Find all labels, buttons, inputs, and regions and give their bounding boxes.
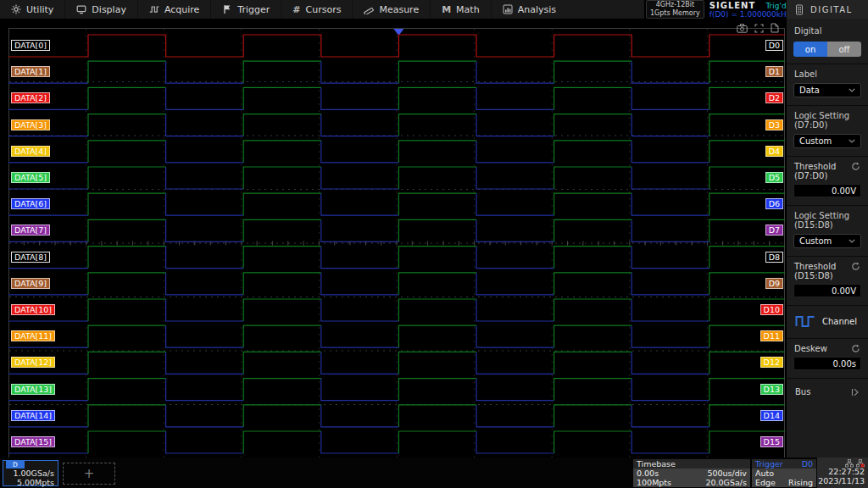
digital-on-off-toggle: on off (793, 42, 861, 57)
channel-button[interactable]: Channel (795, 314, 860, 328)
channel-label[interactable]: DATA[4] (11, 146, 50, 157)
channel-label[interactable]: DATA[7] (11, 225, 50, 236)
deskew-input[interactable]: 0.00s (793, 357, 861, 370)
threshold-d15-input[interactable]: 0.00V (793, 284, 861, 297)
logic-setting-d15-label: Logic Setting (D15:D8) (794, 211, 860, 230)
menu-math-label: Math (456, 4, 480, 15)
channel-label[interactable]: DATA[14] (11, 410, 55, 421)
channel-label[interactable]: DATA[12] (11, 357, 55, 368)
divider (787, 156, 868, 157)
channel-label[interactable]: D13 (760, 384, 783, 395)
channel-label[interactable]: D4 (765, 146, 783, 157)
channel-label[interactable]: D5 (765, 172, 783, 183)
channel-label[interactable]: DATA[0] (11, 40, 50, 51)
menu-measure[interactable]: Measure (353, 0, 431, 19)
logic-setting-d15-dropdown[interactable]: Custom (793, 234, 861, 248)
flag-icon (222, 4, 232, 14)
clock-date: 2023/11/13 (817, 476, 865, 485)
channel-label[interactable]: D10 (760, 304, 783, 315)
refresh-icon[interactable] (851, 344, 860, 353)
divider (787, 205, 868, 206)
channel-label[interactable]: D15 (760, 436, 783, 447)
refresh-icon[interactable] (851, 262, 860, 271)
menu-acquire-label: Acquire (164, 4, 199, 15)
waveform-icon (149, 4, 159, 14)
digital-panel: Digital on off Label Data Logic Setting … (787, 19, 868, 458)
channel-label[interactable]: DATA[2] (11, 92, 50, 103)
channel-label[interactable]: DATA[3] (11, 119, 50, 130)
bus-label: Bus (795, 387, 810, 396)
timebase-box[interactable]: Timebase 0.00s 500us/div 100Mpts 20.0GSa… (633, 459, 750, 487)
timebase-rate: 20.0GSa/s (705, 478, 747, 487)
waveform-region: DATA[0]D0DATA[1]D1DATA[2]D2DATA[3]D3DATA… (0, 19, 787, 458)
channel-label[interactable]: D1 (765, 66, 783, 77)
chevron-down-icon (849, 139, 855, 143)
menu-utility[interactable]: Utility (0, 0, 65, 19)
channel-label[interactable]: DATA[13] (11, 384, 55, 395)
channel-label[interactable]: DATA[1] (11, 66, 50, 77)
logic-setting-d7-dropdown[interactable]: Custom (793, 134, 861, 148)
trigger-slope: Rising (788, 478, 813, 487)
digital-sample-rate: 1.00GSa/s (13, 469, 54, 478)
trigger-mode: Auto (755, 469, 774, 478)
menu-analysis[interactable]: Analysis (492, 0, 567, 19)
channel-label[interactable]: DATA[5] (11, 172, 50, 183)
label-dropdown-value: Data (799, 86, 820, 95)
channel-label[interactable]: D12 (760, 357, 783, 368)
channel-label[interactable]: DATA[6] (11, 198, 50, 209)
channel-label[interactable]: DATA[9] (11, 278, 50, 289)
channel-label[interactable]: D8 (765, 252, 783, 263)
hardware-info-badge: 4GHz-12Bit 1Gpts Memory (646, 0, 704, 19)
trigger-status-badge: Trig'd (765, 2, 786, 10)
page-flip-icon[interactable] (771, 23, 779, 33)
logic-setting-d7-value: Custom (799, 136, 832, 146)
camera-icon[interactable] (737, 24, 748, 33)
menu-trigger[interactable]: Trigger (211, 0, 281, 19)
chevron-down-icon (849, 88, 855, 92)
menu-acquire[interactable]: Acquire (138, 0, 211, 19)
threshold-d7-input[interactable]: 0.00V (793, 184, 861, 197)
channel-label[interactable]: D3 (765, 119, 783, 130)
channel-label[interactable]: DATA[8] (11, 252, 50, 263)
chart-icon (503, 4, 513, 14)
menu-cursors[interactable]: # Cursors (281, 0, 353, 19)
channel-label[interactable]: DATA[15] (11, 436, 55, 447)
timebase-depth: 100Mpts (637, 478, 671, 487)
digital-channel-tile[interactable]: D 1.00GSa/s 5.00Mpts (3, 460, 58, 486)
channel-label[interactable]: DATA[10] (11, 304, 55, 315)
timebase-title: Timebase (637, 459, 676, 469)
threshold-d7-row: Threshold (D7:D0) (794, 162, 860, 180)
menu-trigger-label: Trigger (237, 4, 270, 15)
channel-label[interactable]: D11 (760, 330, 783, 341)
trigger-box[interactable]: Trigger D0 Auto Edge Rising (752, 459, 816, 487)
channel-label[interactable]: DATA[11] (11, 330, 55, 341)
panel-title: DIGITAL (810, 5, 853, 14)
threshold-d15-row: Threshold (D15:D8) (794, 262, 860, 280)
channel-label[interactable]: D2 (765, 92, 783, 103)
fullscreen-icon[interactable] (754, 24, 764, 33)
display-icon (76, 4, 86, 14)
digital-tile-badge: D (6, 461, 25, 469)
menu-display-label: Display (92, 4, 126, 15)
add-channel-tile[interactable]: + (63, 463, 115, 485)
bus-row[interactable]: Bus (795, 387, 860, 396)
channel-label[interactable]: D6 (765, 198, 783, 209)
square-wave-icon (795, 314, 815, 328)
label-dropdown[interactable]: Data (793, 83, 861, 97)
refresh-icon[interactable] (851, 162, 860, 171)
divider (787, 105, 868, 106)
timebase-delay: 0.00s (637, 469, 659, 478)
digital-on-button[interactable]: on (793, 42, 827, 57)
math-icon: M (442, 5, 451, 14)
channel-label[interactable]: D7 (765, 225, 783, 236)
digital-off-button[interactable]: off (827, 42, 861, 57)
threshold-d15-label: Threshold (D15:D8) (794, 262, 836, 280)
plus-icon: + (84, 466, 95, 481)
channel-label[interactable]: D0 (765, 40, 783, 51)
divider (787, 378, 868, 379)
menu-math[interactable]: M Math (431, 0, 491, 19)
channel-label[interactable]: D14 (760, 410, 783, 421)
divider (787, 64, 868, 64)
menu-display[interactable]: Display (65, 0, 138, 19)
channel-label[interactable]: D9 (765, 278, 783, 289)
